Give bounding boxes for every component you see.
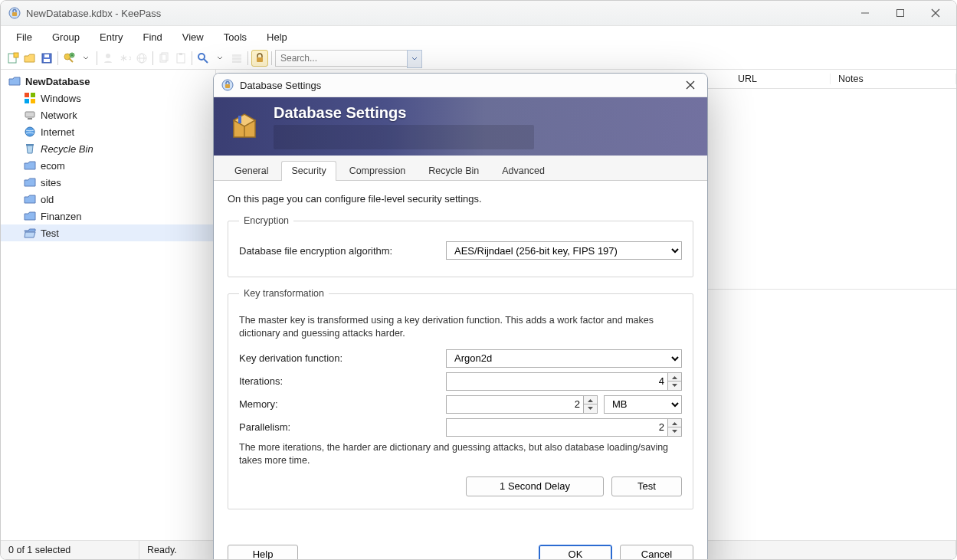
dialog-close-button[interactable]	[680, 77, 701, 93]
tab-security[interactable]: Security	[281, 161, 336, 181]
package-icon	[228, 110, 261, 143]
tool-bar: ∗∗ Search...	[1, 47, 956, 70]
group-tree[interactable]: NewDatabase Windows Network Internet Rec…	[1, 70, 216, 542]
title-bar: NewDatabase.kdbx - KeePass	[1, 1, 956, 26]
encryption-legend: Encryption	[239, 215, 293, 226]
col-notes[interactable]: Notes	[831, 74, 956, 84]
new-db-icon[interactable]	[5, 51, 21, 66]
svg-point-34	[25, 127, 34, 136]
col-url[interactable]: URL	[730, 74, 831, 84]
menu-find[interactable]: Find	[133, 28, 171, 46]
menu-view[interactable]: View	[173, 28, 213, 46]
tree-item-test[interactable]: Test	[1, 224, 215, 241]
folder-icon	[24, 210, 36, 222]
svg-rect-9	[44, 59, 50, 62]
tree-item-recycle-bin[interactable]: Recycle Bin	[1, 140, 215, 157]
tree-root[interactable]: NewDatabase	[1, 73, 215, 90]
window-title: NewDatabase.kdbx - KeePass	[26, 8, 161, 19]
lock-workspace-icon[interactable]	[251, 50, 268, 67]
svg-text:∗∗: ∗∗	[120, 52, 131, 64]
tree-item-internet[interactable]: Internet	[1, 123, 215, 140]
spin-down-icon[interactable]	[668, 427, 681, 436]
dialog-banner-subtitle	[274, 125, 534, 149]
search-dropdown-icon[interactable]	[407, 50, 422, 68]
kdf-desc1: The master key is transformed using a ke…	[239, 314, 682, 340]
key-transformation-group: Key transformation The master key is tra…	[228, 288, 693, 509]
memory-input[interactable]	[446, 395, 584, 414]
spin-up-icon[interactable]	[584, 396, 597, 404]
open-db-icon[interactable]	[22, 51, 38, 66]
iterations-input[interactable]	[446, 372, 668, 391]
svg-rect-29	[31, 93, 35, 97]
svg-rect-30	[25, 99, 29, 103]
tree-item-windows[interactable]: Windows	[1, 90, 215, 106]
lock-icon	[221, 79, 234, 91]
quick-search-input[interactable]: Search...	[275, 50, 422, 67]
minimize-button[interactable]	[847, 2, 883, 25]
tab-compression[interactable]: Compression	[339, 161, 416, 181]
search-placeholder: Search...	[280, 53, 317, 64]
tree-item-ecom[interactable]: ecom	[1, 157, 215, 174]
find-dd-icon[interactable]	[212, 51, 228, 66]
svg-point-13	[106, 54, 110, 58]
database-settings-dialog: Database Settings Database Settings Gene…	[213, 73, 708, 560]
svg-rect-1	[12, 12, 17, 16]
kdf-desc2: The more iterations, the harder are dict…	[239, 441, 682, 467]
test-button[interactable]: Test	[611, 476, 682, 496]
tree-item-network[interactable]: Network	[1, 106, 215, 123]
dialog-title-bar[interactable]: Database Settings	[214, 74, 707, 97]
tab-general[interactable]: General	[225, 161, 278, 181]
svg-rect-33	[28, 118, 32, 120]
menu-file[interactable]: File	[7, 28, 41, 46]
menu-tools[interactable]: Tools	[215, 28, 256, 46]
save-db-icon[interactable]	[39, 51, 54, 66]
lock-icon	[8, 7, 21, 19]
spin-up-icon[interactable]	[668, 419, 681, 427]
iterations-spinner[interactable]	[668, 372, 682, 391]
svg-rect-7	[14, 53, 18, 57]
kdf-fn-label: Key derivation function:	[239, 352, 438, 364]
one-second-delay-button[interactable]: 1 Second Delay	[466, 476, 604, 496]
memory-unit-select[interactable]: MB	[604, 395, 682, 414]
folder-open-icon	[24, 227, 36, 239]
maximize-button[interactable]	[883, 2, 918, 25]
add-entry-icon[interactable]	[61, 51, 77, 66]
tab-recycle-bin[interactable]: Recycle Bin	[418, 161, 489, 181]
copy-user-icon	[100, 51, 116, 66]
spin-up-icon[interactable]	[668, 373, 681, 382]
menu-help[interactable]: Help	[257, 28, 297, 46]
tab-advanced[interactable]: Advanced	[492, 161, 555, 181]
iterations-label: Iterations:	[239, 375, 438, 387]
kdf-fn-select[interactable]: Argon2d	[446, 349, 682, 368]
ok-button[interactable]: OK	[539, 545, 612, 561]
folder-icon	[24, 193, 36, 205]
spin-down-icon[interactable]	[668, 381, 681, 390]
security-intro: On this page you can configure file-leve…	[228, 193, 693, 205]
tree-item-old[interactable]: old	[1, 191, 215, 208]
encryption-algo-label: Database file encryption algorithm:	[239, 245, 438, 257]
database-icon	[8, 75, 21, 87]
tree-item-finanzen[interactable]: Finanzen	[1, 208, 215, 224]
dropdown-icon[interactable]	[78, 51, 93, 66]
tree-item-sites[interactable]: sites	[1, 174, 215, 191]
windows-icon	[24, 92, 36, 104]
paste-icon	[173, 51, 188, 66]
parallelism-spinner[interactable]	[668, 418, 682, 437]
memory-spinner[interactable]	[584, 395, 598, 414]
status-selection: 0 of 1 selected	[1, 541, 139, 559]
encryption-algo-select[interactable]: AES/Rijndael (256-bit key, FIPS 197)	[446, 241, 682, 260]
find-icon[interactable]	[195, 51, 211, 66]
globe-icon	[24, 126, 36, 138]
network-icon	[24, 109, 36, 121]
close-button[interactable]	[918, 2, 953, 25]
dialog-title: Database Settings	[240, 80, 321, 91]
menu-entry[interactable]: Entry	[90, 28, 132, 46]
copy-icon	[156, 51, 172, 66]
cancel-button[interactable]: Cancel	[620, 545, 693, 561]
parallelism-input[interactable]	[446, 418, 668, 437]
help-button[interactable]: Help	[228, 545, 298, 561]
svg-rect-10	[44, 54, 49, 57]
spin-down-icon[interactable]	[584, 404, 597, 413]
menu-bar: File Group Entry Find View Tools Help	[1, 26, 956, 47]
menu-group[interactable]: Group	[43, 28, 89, 46]
